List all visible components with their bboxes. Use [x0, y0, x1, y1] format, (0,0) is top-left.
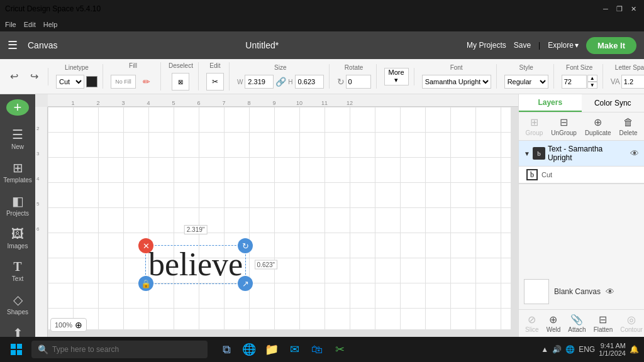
cricut-icon[interactable]: ✂ — [330, 339, 350, 359]
fill-display[interactable]: No Fill — [111, 75, 136, 89]
sidebar-item-label-new: New — [11, 143, 24, 150]
delete-handle[interactable]: ✕ — [138, 238, 153, 253]
document-title: Untitled* — [67, 40, 457, 50]
linetype-color-swatch[interactable] — [86, 76, 97, 87]
delete-layer-button[interactable]: 🗑 Delete — [619, 117, 638, 136]
my-projects-button[interactable]: My Projects — [467, 41, 506, 50]
explore-button[interactable]: Explore ▾ — [548, 41, 579, 50]
canvas-area: 1 2 3 4 5 6 7 8 9 10 11 12 2 3 4 5 6 — [35, 94, 518, 337]
letterspace-input[interactable] — [621, 75, 644, 89]
ungroup-button[interactable]: ⊟ UnGroup — [551, 116, 577, 136]
deselect-button[interactable]: ⊠ — [172, 73, 189, 90]
linetype-select[interactable]: Cut — [56, 75, 84, 89]
taskbar-right: ▲ 🔊 🌐 ENG 9:41 AM 1/1/2024 🔔 — [541, 342, 639, 357]
slice-button[interactable]: ⊘ Slice — [521, 312, 543, 334]
contour-icon: ◎ — [627, 314, 636, 326]
search-input[interactable] — [52, 345, 201, 354]
up-arrow-icon[interactable]: ▲ — [541, 345, 548, 354]
contour-button[interactable]: ◎ Contour — [616, 312, 644, 334]
sidebar-item-new[interactable]: ☰ New — [1, 123, 34, 154]
canvas-scroll-horizontal[interactable] — [48, 329, 511, 337]
fontsize-up[interactable]: ▲ — [587, 75, 597, 82]
taskbar-search[interactable]: 🔍 — [31, 341, 208, 358]
menu-file[interactable]: File — [5, 21, 16, 28]
taskview-icon[interactable]: ⧉ — [216, 339, 236, 359]
sidebar-item-templates[interactable]: ⊞ Templates — [1, 156, 34, 187]
tab-colorsync[interactable]: Color Sync — [582, 94, 645, 112]
size-w-input[interactable]: 2.319 — [245, 75, 274, 89]
scale-handle[interactable]: ↗ — [238, 276, 253, 291]
canvas-scroll-vertical[interactable] — [511, 107, 518, 337]
flatten-button[interactable]: ⊟ Flatten — [590, 312, 617, 334]
attach-button[interactable]: 📎 Attach — [564, 312, 589, 334]
notification-icon[interactable]: 🔔 — [630, 345, 639, 354]
rotate-handle[interactable]: ↻ — [238, 238, 253, 253]
canvas-label: Canvas — [28, 40, 57, 50]
save-button[interactable]: Save — [514, 41, 531, 50]
edge-icon[interactable]: 🌐 — [239, 339, 259, 359]
minimize-button[interactable]: ─ — [600, 3, 611, 14]
size-h-input[interactable]: 0.623 — [295, 75, 324, 89]
weld-button[interactable]: ⊕ Weld — [543, 312, 565, 334]
menu-edit[interactable]: Edit — [24, 21, 36, 28]
duplicate-icon: ⊕ — [594, 116, 602, 128]
canvas-content[interactable]: 2.319" 0.623" ✕ ↻ 🔒 ↗ believe — [48, 107, 518, 337]
menu-bar: File Edit Help — [0, 18, 644, 31]
redo-button[interactable]: ↪ — [25, 68, 43, 85]
windows-icon — [10, 343, 23, 356]
undo-button[interactable]: ↩ — [5, 68, 23, 85]
app-title: Cricut Design Space v5.4.10 — [5, 4, 101, 13]
more-group: More ▾ — [384, 68, 414, 85]
ruler-left: 2 3 4 5 6 — [35, 107, 48, 337]
style-group: Style Regular — [504, 64, 554, 89]
store-icon[interactable]: 🛍 — [307, 339, 327, 359]
start-button[interactable] — [5, 338, 28, 361]
right-panel: Layers Color Sync ⊞ Group ⊟ UnGroup ⊕ Du… — [518, 94, 644, 337]
time-display[interactable]: 9:41 AM 1/1/2024 — [599, 342, 626, 357]
group-button[interactable]: ⊞ Group — [526, 116, 543, 136]
font-select[interactable]: Samantha Upright — [422, 75, 491, 89]
toolbar: ↩ ↪ Linetype Cut Fill No Fill ✏ Deselect… — [0, 59, 644, 94]
fontsize-input[interactable] — [562, 75, 587, 89]
rotate-input[interactable] — [346, 75, 371, 89]
zoom-fit-button[interactable]: ⊕ — [75, 320, 82, 330]
sidebar-item-label-images: Images — [8, 243, 28, 250]
canvas-text[interactable]: believe — [148, 248, 243, 281]
sidebar-item-projects[interactable]: ◧ Projects — [1, 190, 34, 221]
text-element[interactable]: 2.319" 0.623" ✕ ↻ 🔒 ↗ believe — [145, 245, 246, 284]
edit-button[interactable]: ✂ — [206, 73, 224, 90]
duplicate-button[interactable]: ⊕ Duplicate — [585, 116, 611, 136]
volume-icon[interactable]: 🔊 — [552, 345, 562, 354]
tab-layers[interactable]: Layers — [519, 94, 582, 112]
menu-help[interactable]: Help — [43, 21, 58, 28]
layer-visibility-icon[interactable]: 👁 — [630, 148, 639, 158]
network-icon[interactable]: 🌐 — [565, 345, 575, 354]
time: 9:41 AM — [599, 342, 626, 349]
layer-sub-item[interactable]: b Cut — [519, 167, 644, 184]
make-it-button[interactable]: Make It — [586, 37, 636, 54]
grid: 2.319" 0.623" ✕ ↻ 🔒 ↗ believe — [48, 107, 518, 337]
blank-canvas-eye-icon[interactable]: 👁 — [606, 287, 614, 297]
new-icon: ☰ — [12, 127, 23, 142]
svg-rect-2 — [11, 350, 16, 355]
sidebar-item-shapes[interactable]: ◇ Shapes — [1, 288, 34, 319]
window-controls: ─ ❐ ✕ — [600, 3, 639, 14]
sidebar-item-images[interactable]: 🖼 Images — [1, 223, 34, 253]
fill-edit-button[interactable]: ✏ — [138, 73, 155, 90]
letterspace-label: Letter Space — [615, 64, 644, 71]
new-button[interactable]: + — [6, 99, 29, 116]
style-select[interactable]: Regular — [504, 75, 548, 89]
layer-item[interactable]: ▼ b Text - Samantha Upright 👁 — [519, 141, 644, 167]
maximize-button[interactable]: ❐ — [614, 3, 625, 14]
size-group: Size W 2.319 🔗 H 0.623 — [237, 64, 330, 89]
hamburger-icon[interactable]: ☰ — [8, 38, 18, 52]
sidebar-item-text[interactable]: T Text — [1, 256, 34, 286]
close-button[interactable]: ✕ — [628, 3, 639, 14]
fontsize-down[interactable]: ▼ — [587, 82, 597, 89]
explorer-icon[interactable]: 📁 — [262, 339, 282, 359]
lock-handle[interactable]: 🔒 — [138, 276, 153, 291]
more-button[interactable]: More ▾ — [384, 68, 409, 85]
images-icon: 🖼 — [11, 227, 24, 241]
mail-icon[interactable]: ✉ — [284, 339, 304, 359]
width-dimension-label: 2.319" — [184, 225, 208, 234]
